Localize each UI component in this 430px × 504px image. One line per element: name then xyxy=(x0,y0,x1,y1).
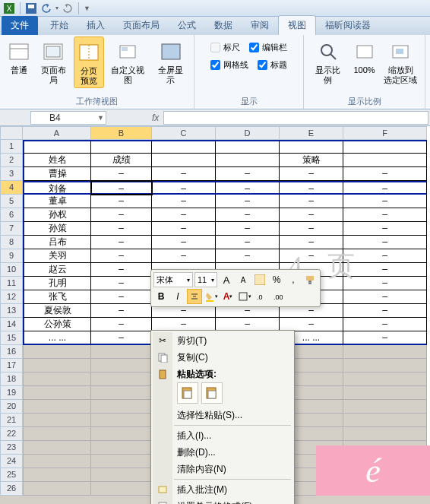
undo-icon[interactable] xyxy=(40,2,52,14)
tab-data[interactable]: 数据 xyxy=(205,16,242,35)
row-header[interactable]: 2 xyxy=(0,154,23,167)
cell[interactable]: – xyxy=(91,249,152,263)
zoom-button[interactable]: 显示比例 xyxy=(308,36,348,87)
comma-button[interactable]: , xyxy=(286,272,301,287)
cell[interactable]: – xyxy=(91,304,152,318)
row-header[interactable]: 8 xyxy=(0,236,23,249)
cell[interactable] xyxy=(23,414,91,427)
cell[interactable]: – xyxy=(343,249,427,263)
menu-delete[interactable]: 删除(D)... xyxy=(153,444,292,461)
tab-page-layout[interactable]: 页面布局 xyxy=(114,16,169,35)
zoom-100-button[interactable]: 100% xyxy=(349,36,380,77)
row-header[interactable]: 18 xyxy=(0,372,23,386)
cell[interactable]: – xyxy=(280,181,343,195)
row-header[interactable]: 14 xyxy=(0,318,23,331)
tab-insert[interactable]: 插入 xyxy=(77,16,114,35)
cell[interactable] xyxy=(23,372,91,386)
col-header-b[interactable]: B xyxy=(91,126,152,140)
row-header[interactable]: 17 xyxy=(0,359,23,372)
cell[interactable]: – xyxy=(91,263,152,277)
cell[interactable]: 董卓 xyxy=(23,195,91,208)
row-header[interactable]: 24 xyxy=(0,455,23,468)
cell[interactable]: – xyxy=(343,208,427,222)
cell[interactable]: 吕布 xyxy=(23,236,91,249)
cell[interactable] xyxy=(343,140,427,154)
page-layout-view-button[interactable]: 页面布局 xyxy=(35,36,72,87)
tab-formulas[interactable]: 公式 xyxy=(169,16,205,35)
cell[interactable] xyxy=(343,372,427,386)
col-header-d[interactable]: D xyxy=(216,126,280,140)
redo-icon[interactable] xyxy=(62,2,74,14)
row-header[interactable]: 26 xyxy=(0,482,23,496)
cell[interactable]: – xyxy=(343,331,427,345)
tab-home[interactable]: 开始 xyxy=(41,16,77,35)
formula-bar-checkbox[interactable]: 编辑栏 xyxy=(245,40,292,55)
cell[interactable] xyxy=(23,468,91,482)
cell[interactable]: 张飞 xyxy=(23,290,91,304)
row-header[interactable]: 22 xyxy=(0,427,23,441)
cell[interactable] xyxy=(23,386,91,400)
cell[interactable] xyxy=(23,455,91,468)
cell[interactable]: – xyxy=(91,318,152,331)
cell[interactable]: – xyxy=(216,208,280,222)
cell[interactable]: – xyxy=(216,181,280,195)
row-header[interactable]: 6 xyxy=(0,208,23,222)
font-family-combo[interactable]: 宋体▾ xyxy=(153,272,193,287)
cell[interactable]: – xyxy=(280,249,343,263)
bold-button[interactable]: B xyxy=(153,289,169,304)
full-screen-button[interactable]: 全屏显示 xyxy=(152,36,189,87)
row-header[interactable]: 12 xyxy=(0,290,23,304)
format-painter-button[interactable] xyxy=(302,272,318,287)
row-header[interactable]: 16 xyxy=(0,345,23,359)
cell[interactable] xyxy=(343,386,427,400)
cell[interactable] xyxy=(343,359,427,372)
cell[interactable] xyxy=(91,455,152,468)
name-box[interactable]: B4▼ xyxy=(30,111,106,125)
cell[interactable]: – xyxy=(343,318,427,331)
cell[interactable]: – xyxy=(343,167,427,181)
cell[interactable] xyxy=(343,427,427,441)
cell[interactable]: – xyxy=(152,181,216,195)
cell[interactable]: 孙策 xyxy=(23,222,91,236)
cell[interactable]: 关羽 xyxy=(23,249,91,263)
col-header-c[interactable]: C xyxy=(152,126,216,140)
cell[interactable] xyxy=(152,154,216,167)
cell[interactable] xyxy=(91,386,152,400)
cell[interactable] xyxy=(343,345,427,359)
menu-paste-special[interactable]: 选择性粘贴(S)... xyxy=(153,407,292,423)
row-header[interactable]: 10 xyxy=(0,263,23,277)
cell[interactable]: 公孙策 xyxy=(23,318,91,331)
cell[interactable]: – xyxy=(343,195,427,208)
cell[interactable]: – xyxy=(280,208,343,222)
row-header[interactable]: 20 xyxy=(0,400,23,414)
cell[interactable]: 姓名 xyxy=(23,154,91,167)
cell[interactable] xyxy=(216,140,280,154)
gridlines-checkbox[interactable]: 网格线 xyxy=(206,57,253,73)
row-header[interactable]: 23 xyxy=(0,441,23,455)
cell[interactable] xyxy=(280,140,343,154)
cell[interactable] xyxy=(91,427,152,441)
custom-view-button[interactable]: 自定义视图 xyxy=(106,36,150,87)
row-header[interactable]: 13 xyxy=(0,304,23,318)
cell[interactable] xyxy=(343,414,427,427)
cell[interactable]: – xyxy=(343,236,427,249)
cell[interactable]: – xyxy=(152,167,216,181)
cell[interactable] xyxy=(91,468,152,482)
cell[interactable]: – xyxy=(91,195,152,208)
cell[interactable]: – xyxy=(216,195,280,208)
cell[interactable]: – xyxy=(91,208,152,222)
row-header[interactable]: 1 xyxy=(0,140,23,154)
percent-button[interactable]: % xyxy=(269,272,284,287)
cell[interactable] xyxy=(23,140,91,154)
tab-review[interactable]: 审阅 xyxy=(242,16,278,35)
cell[interactable]: – xyxy=(216,236,280,249)
row-header[interactable]: 25 xyxy=(0,468,23,482)
cell[interactable]: – xyxy=(91,222,152,236)
cell-styles-button[interactable] xyxy=(252,272,267,287)
cell[interactable]: 成绩 xyxy=(91,154,152,167)
fx-label[interactable]: fx xyxy=(147,113,163,123)
paste-option-2[interactable] xyxy=(201,382,223,404)
headings-checkbox[interactable]: 标题 xyxy=(253,57,292,73)
cell[interactable]: – xyxy=(343,222,427,236)
font-color-button[interactable]: A▾ xyxy=(220,289,236,304)
